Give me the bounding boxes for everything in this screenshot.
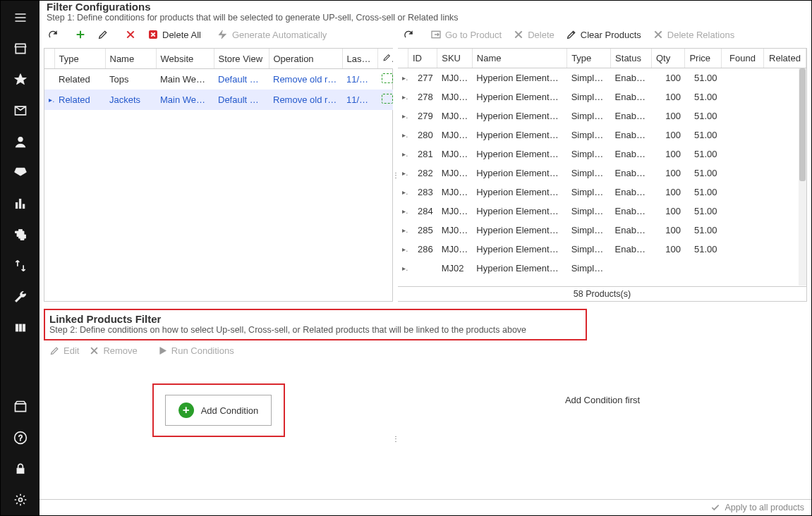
add-condition-label: Add Condition: [201, 405, 259, 416]
table-row[interactable]: ▸ Related Jackets Main Website Default S…: [44, 90, 393, 110]
th-related[interactable]: Related: [764, 49, 806, 68]
delete2-button[interactable]: Delete: [509, 27, 558, 42]
svg-point-0: [18, 137, 23, 142]
generate-auto-label: Generate Automatically: [232, 30, 327, 40]
cart-icon[interactable]: [1, 157, 40, 188]
svg-rect-5: [19, 324, 21, 331]
th-name[interactable]: Name: [105, 49, 156, 69]
menu-icon[interactable]: [1, 2, 40, 33]
table-row[interactable]: Related Tops Main Website Default Stor… …: [44, 69, 393, 90]
star-icon[interactable]: [1, 64, 40, 95]
footer-bar: Apply to all products: [40, 499, 811, 515]
run-conditions-button[interactable]: Run Conditions: [154, 344, 237, 357]
table-row[interactable]: ▸ 281 MJ02… Hyperion Elements Ja… Simple…: [398, 145, 806, 164]
table-row[interactable]: ▸ 284 MJ02… Hyperion Elements Ja… Simple…: [398, 202, 806, 221]
table-row[interactable]: ▸ 280 MJ02… Hyperion Elements Ja… Simple…: [398, 125, 806, 145]
th-storeview[interactable]: Store View: [214, 49, 269, 69]
clear-products-button[interactable]: Clear Products: [562, 27, 645, 42]
lock-icon[interactable]: [1, 453, 40, 484]
edit2-label: Edit: [63, 345, 79, 356]
horizontal-splitter-2[interactable]: ⋮: [393, 382, 398, 495]
add-button[interactable]: [71, 27, 90, 42]
stack-icon[interactable]: [1, 312, 40, 343]
svg-point-10: [18, 498, 22, 502]
products-footer: 58 Products(s): [398, 286, 806, 301]
table-row[interactable]: ▸ 283 MJ02… Hyperion Elements Ja… Simple…: [398, 183, 806, 202]
th-operation[interactable]: Operation: [269, 49, 342, 69]
delete-all-label: Delete All: [162, 30, 201, 40]
go-to-product-label: Go to Product: [445, 30, 502, 40]
th-status[interactable]: Status: [611, 49, 652, 68]
edit-button[interactable]: [94, 27, 112, 42]
user-icon[interactable]: [1, 126, 40, 157]
th-edit-icon[interactable]: [377, 49, 393, 69]
svg-rect-6: [23, 324, 25, 331]
th-id[interactable]: ID: [408, 49, 437, 68]
scrollbar-thumb[interactable]: [799, 68, 806, 181]
clear-products-label: Clear Products: [581, 30, 641, 40]
apply-all-button[interactable]: Apply to all products: [710, 503, 804, 512]
arrows-icon[interactable]: [1, 250, 40, 281]
add-condition-highlight: + Add Condition: [152, 383, 285, 437]
svg-rect-1: [16, 202, 18, 208]
th-website[interactable]: Website: [156, 49, 214, 69]
delete2-label: Delete: [528, 30, 555, 40]
delete-all-button[interactable]: Delete All: [144, 27, 205, 42]
table-row[interactable]: ▸ 285 MJ02… Hyperion Elements Ja… Simple…: [398, 221, 806, 240]
th-found[interactable]: Found: [722, 49, 764, 68]
section2-subtitle: Step 2: Define conditions on how to sele…: [49, 325, 581, 335]
table-row[interactable]: ▸ 277 MJ02… Hyperion Elements Ja… Simple…: [398, 68, 806, 88]
svg-rect-9: [17, 468, 24, 474]
th-prodtype[interactable]: Type: [567, 49, 611, 68]
add-condition-hint: Add Condition first: [565, 395, 640, 405]
left-sidebar: ?: [1, 1, 40, 515]
configurations-table[interactable]: Type Name Website Store View Operation L…: [44, 49, 394, 110]
svg-rect-4: [16, 324, 18, 331]
svg-rect-3: [23, 204, 25, 209]
shop-icon[interactable]: [1, 33, 40, 64]
box-icon[interactable]: [1, 391, 40, 422]
th-last[interactable]: Last …: [342, 49, 377, 69]
apply-all-label: Apply to all products: [725, 503, 804, 512]
table-row[interactable]: ▸ 286 MJ02… Hyperion Elements Ja… Simple…: [398, 240, 806, 259]
section1-subtitle: Step 1: Define conditions for products t…: [47, 13, 804, 23]
remove2-button[interactable]: Remove: [86, 344, 140, 357]
th-qty[interactable]: Qty: [651, 49, 685, 68]
plus-circle-icon: +: [178, 403, 194, 418]
inbox-icon[interactable]: [1, 95, 40, 126]
th-prodname[interactable]: Name: [472, 49, 566, 68]
run-conditions-label: Run Conditions: [171, 345, 234, 356]
right-grid-panel: ID SKU Name Type Status Qty Price Found …: [398, 48, 807, 302]
remove2-label: Remove: [103, 345, 137, 356]
section2-highlight: Linked Products Filter Step 2: Define co…: [44, 309, 587, 340]
chart-icon[interactable]: [1, 188, 40, 219]
horizontal-splitter[interactable]: ⋮: [393, 48, 398, 302]
th-type[interactable]: Type: [54, 49, 105, 69]
table-row[interactable]: ▸ 282 MJ02… Hyperion Elements Ja… Simple…: [398, 164, 806, 183]
section2-title: Linked Products Filter: [49, 313, 581, 325]
gear-icon[interactable]: [1, 484, 40, 515]
plugin-icon[interactable]: [1, 219, 40, 250]
section1-title: Filter Configurations: [47, 1, 804, 13]
products-table[interactable]: ID SKU Name Type Status Qty Price Found …: [398, 49, 806, 278]
delete-button[interactable]: [121, 27, 140, 42]
scrollbar[interactable]: [799, 68, 806, 285]
edit2-button[interactable]: Edit: [47, 344, 82, 357]
go-to-product-button[interactable]: Go to Product: [427, 27, 505, 42]
left-grid-panel: Type Name Website Store View Operation L…: [44, 48, 393, 302]
table-row[interactable]: ▸ MJ02 Hyperion Elements Ja Simple P: [398, 259, 806, 278]
generate-auto-button[interactable]: Generate Automatically: [214, 27, 330, 42]
refresh2-button[interactable]: [399, 27, 418, 42]
table-row[interactable]: ▸ 279 MJ02… Hyperion Elements Ja… Simple…: [398, 106, 806, 125]
th-price[interactable]: Price: [685, 49, 722, 68]
delete-relations-label: Delete Relations: [667, 30, 734, 40]
svg-text:?: ?: [18, 434, 22, 442]
help-icon[interactable]: ?: [1, 422, 40, 453]
svg-rect-2: [19, 199, 21, 208]
wrench-icon[interactable]: [1, 281, 40, 312]
refresh-button[interactable]: [44, 27, 62, 42]
add-condition-button[interactable]: + Add Condition: [165, 395, 272, 426]
th-sku[interactable]: SKU: [437, 49, 473, 68]
delete-relations-button[interactable]: Delete Relations: [649, 27, 738, 42]
table-row[interactable]: ▸ 278 MJ02… Hyperion Elements Ja… Simple…: [398, 87, 806, 106]
